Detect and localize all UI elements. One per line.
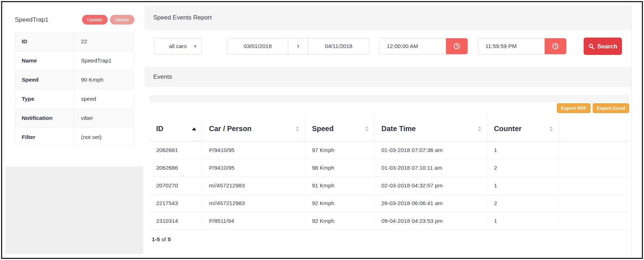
cell-car-person: P/9410/95 bbox=[202, 142, 305, 159]
time-to-input[interactable]: 11:59:59 PM bbox=[478, 38, 545, 54]
sort-icon bbox=[549, 126, 553, 131]
cell-counter: 1 bbox=[487, 142, 559, 159]
search-icon bbox=[588, 43, 594, 49]
events-section: Export PDF Export Excel ID Car / Person bbox=[145, 87, 631, 250]
speedtrap-panel: SpeedTrap1 Update Delete ID 22 Name Spee… bbox=[5, 5, 143, 254]
cell-speed: 92 Kmph bbox=[305, 212, 375, 230]
column-header-car-person[interactable]: Car / Person bbox=[202, 116, 305, 142]
cell-id: 2062686 bbox=[150, 159, 202, 177]
cell-id: 2217543 bbox=[150, 195, 202, 212]
time-from-input[interactable]: 12:00:00 AM bbox=[379, 38, 446, 54]
panel-actions: Update Delete bbox=[82, 15, 135, 25]
delete-button[interactable]: Delete bbox=[110, 15, 134, 25]
column-label: Speed bbox=[312, 125, 334, 133]
sort-icon bbox=[365, 126, 369, 131]
cell-empty bbox=[559, 212, 628, 230]
export-actions: Export PDF Export Excel bbox=[150, 103, 629, 113]
cell-car-person: m//457212983 bbox=[202, 195, 305, 212]
date-to-input[interactable]: 04/11/2018 bbox=[308, 38, 369, 54]
cell-speed: 98 Kmph bbox=[305, 159, 375, 177]
events-table-header-row: ID Car / Person Speed Date Time bbox=[150, 116, 628, 142]
property-value: (not set) bbox=[74, 128, 134, 147]
cell-counter: 1 bbox=[487, 177, 559, 195]
table-row[interactable]: 2062681 P/9410/95 97 Kmph 01-03-2018 07:… bbox=[150, 142, 628, 159]
report-title: Speed Events Report bbox=[153, 14, 212, 21]
cell-speed: 92 Kmph bbox=[305, 195, 375, 212]
report-header-bar: Speed Events Report bbox=[145, 5, 631, 30]
update-button[interactable]: Update bbox=[82, 15, 108, 25]
events-header-bar: Events bbox=[145, 67, 631, 87]
sort-icon bbox=[478, 126, 481, 131]
cell-empty bbox=[559, 177, 628, 195]
cell-counter: 2 bbox=[487, 195, 559, 212]
filter-bar: all cars ▾ 03/01/2018 › 04/11/2018 12:00… bbox=[145, 30, 631, 67]
table-row[interactable]: 2070270 m//457212983 91 Kmph 02-03-2018 … bbox=[150, 177, 628, 195]
property-label: Speed bbox=[15, 70, 74, 90]
car-select[interactable]: all cars ▾ bbox=[154, 38, 202, 55]
time-to-picker: 11:59:59 PM bbox=[478, 38, 567, 55]
pagination-info: 1-5 of 5 bbox=[152, 236, 629, 250]
report-main: Speed Events Report all cars ▾ 03/01/201… bbox=[145, 5, 632, 256]
property-label: ID bbox=[15, 32, 74, 51]
column-label: Car / Person bbox=[209, 125, 252, 133]
date-range-picker: 03/01/2018 › 04/11/2018 bbox=[227, 38, 369, 55]
property-row-notification: Notification viber bbox=[15, 109, 134, 128]
cell-date-time: 09-04-2018 04:23:53 pm bbox=[375, 212, 487, 230]
caret-down-icon: ▾ bbox=[194, 43, 197, 49]
window-frame: SpeedTrap1 Update Delete ID 22 Name Spee… bbox=[1, 1, 643, 259]
column-header-empty bbox=[559, 116, 628, 142]
property-row-id: ID 22 bbox=[15, 32, 134, 51]
property-value: 22 bbox=[74, 32, 134, 51]
cell-counter: 2 bbox=[487, 159, 559, 177]
time-from-clock-button[interactable] bbox=[446, 38, 468, 54]
car-select-value: all cars bbox=[169, 43, 186, 49]
events-title: Events bbox=[153, 73, 172, 81]
chevron-right-icon: › bbox=[288, 38, 308, 54]
speedtrap-card: SpeedTrap1 Update Delete ID 22 Name Spee… bbox=[5, 5, 143, 166]
export-excel-button[interactable]: Export Excel bbox=[593, 103, 629, 113]
pagination-of: of bbox=[162, 236, 166, 242]
cell-empty bbox=[559, 159, 628, 177]
column-header-date-time[interactable]: Date Time bbox=[375, 116, 487, 142]
clock-icon bbox=[552, 43, 559, 50]
pagination-total: 5 bbox=[168, 236, 171, 242]
property-label: Filter bbox=[15, 128, 74, 147]
property-row-name: Name SpeedTrap1 bbox=[15, 51, 134, 70]
speedtrap-card-header: SpeedTrap1 Update Delete bbox=[5, 5, 143, 31]
cell-car-person: P/9410/95 bbox=[202, 159, 305, 177]
cell-empty bbox=[559, 142, 628, 159]
cell-id: 2070270 bbox=[150, 177, 202, 195]
property-label: Type bbox=[15, 90, 74, 109]
property-label: Name bbox=[15, 51, 74, 70]
column-label: ID bbox=[156, 125, 163, 133]
column-label: Counter bbox=[494, 125, 522, 133]
property-value: 90 Kmph bbox=[74, 70, 134, 90]
date-from-input[interactable]: 03/01/2018 bbox=[227, 38, 288, 54]
property-value: SpeedTrap1 bbox=[74, 51, 134, 70]
cell-car-person: m//457212983 bbox=[202, 177, 305, 195]
column-label: Date Time bbox=[381, 125, 416, 133]
panel-title: SpeedTrap1 bbox=[15, 16, 48, 23]
column-header-id[interactable]: ID bbox=[150, 116, 202, 142]
table-row[interactable]: 2217543 m//457212983 92 Kmph 26-03-2018 … bbox=[150, 195, 628, 212]
cell-date-time: 01-03-2018 07:10:11 am bbox=[375, 159, 487, 177]
pagination-range: 1-5 bbox=[152, 236, 160, 242]
search-button-label: Search bbox=[597, 43, 617, 50]
column-header-speed[interactable]: Speed bbox=[305, 116, 375, 142]
clock-icon bbox=[453, 43, 460, 50]
speedtrap-properties-table: ID 22 Name SpeedTrap1 Speed 90 Kmph Type… bbox=[15, 32, 134, 147]
property-label: Notification bbox=[15, 109, 74, 128]
cell-date-time: 26-03-2018 06:06:41 am bbox=[375, 195, 487, 212]
property-row-speed: Speed 90 Kmph bbox=[15, 70, 134, 90]
cell-car-person: P/8511/94 bbox=[202, 212, 305, 230]
time-to-clock-button[interactable] bbox=[545, 38, 566, 54]
search-button[interactable]: Search bbox=[584, 38, 622, 55]
export-pdf-button[interactable]: Export PDF bbox=[557, 103, 591, 113]
property-value: speed bbox=[74, 90, 134, 109]
table-row[interactable]: 2062686 P/9410/95 98 Kmph 01-03-2018 07:… bbox=[150, 159, 628, 177]
column-header-counter[interactable]: Counter bbox=[487, 116, 559, 142]
table-row[interactable]: 2310314 P/8511/94 92 Kmph 09-04-2018 04:… bbox=[150, 212, 628, 230]
table-toolbar bbox=[150, 95, 629, 102]
sort-icon bbox=[296, 126, 299, 131]
cell-id: 2062681 bbox=[150, 142, 202, 159]
